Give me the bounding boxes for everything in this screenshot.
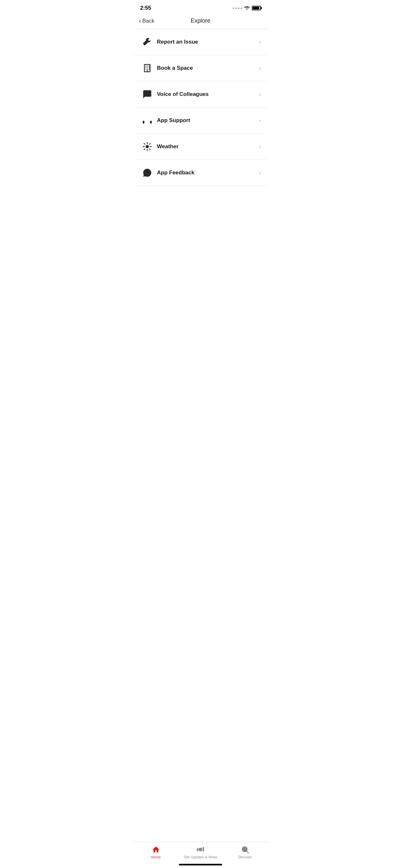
- back-chevron-icon: ‹: [139, 17, 141, 25]
- chevron-right-icon: ›: [259, 91, 261, 98]
- menu-label-weather: Weather: [157, 144, 259, 150]
- back-label: Back: [143, 18, 155, 24]
- wrench-icon: [140, 35, 154, 49]
- headset-icon: [140, 113, 154, 128]
- battery-icon: [252, 6, 261, 10]
- status-time: 2:55: [140, 5, 151, 11]
- chevron-right-icon: ›: [259, 65, 261, 72]
- chevron-right-icon: ›: [259, 144, 261, 150]
- menu-label-book-space: Book a Space: [157, 65, 259, 71]
- svg-rect-0: [143, 121, 144, 123]
- menu-item-app-feedback[interactable]: App Feedback ›: [134, 160, 267, 186]
- chevron-right-icon: ›: [259, 117, 261, 124]
- menu-label-voice-colleagues: Voice of Colleagues: [157, 91, 259, 97]
- svg-line-8: [150, 149, 150, 150]
- wifi-icon: [244, 6, 250, 10]
- chat-icon: [140, 87, 154, 101]
- signal-icon: [233, 7, 242, 9]
- building-icon: [140, 61, 154, 75]
- menu-label-report-issue: Report an Issue: [157, 39, 259, 45]
- menu-item-report-issue[interactable]: Report an Issue ›: [134, 29, 267, 55]
- menu-item-book-space[interactable]: Book a Space ›: [134, 55, 267, 82]
- bubble-icon: [140, 166, 154, 180]
- svg-rect-1: [150, 121, 152, 123]
- chevron-right-icon: ›: [259, 169, 261, 176]
- svg-line-10: [144, 149, 145, 150]
- menu-item-weather[interactable]: Weather ›: [134, 134, 267, 160]
- page-title: Explore: [190, 18, 210, 24]
- svg-line-9: [150, 144, 150, 144]
- menu-item-voice-colleagues[interactable]: Voice of Colleagues ›: [134, 82, 267, 107]
- menu-item-app-support[interactable]: App Support ›: [134, 107, 267, 134]
- menu-list: Report an Issue › Book a Space › Voice o…: [134, 29, 267, 186]
- svg-line-7: [144, 144, 145, 144]
- chevron-right-icon: ›: [259, 39, 261, 45]
- menu-label-app-feedback: App Feedback: [157, 169, 259, 176]
- menu-label-app-support: App Support: [157, 117, 259, 124]
- status-icons: [233, 6, 261, 10]
- svg-point-2: [146, 145, 149, 148]
- back-button[interactable]: ‹ Back: [139, 17, 154, 25]
- status-bar: 2:55: [134, 0, 267, 14]
- nav-header: ‹ Back Explore: [134, 14, 267, 29]
- sun-icon: [140, 140, 154, 154]
